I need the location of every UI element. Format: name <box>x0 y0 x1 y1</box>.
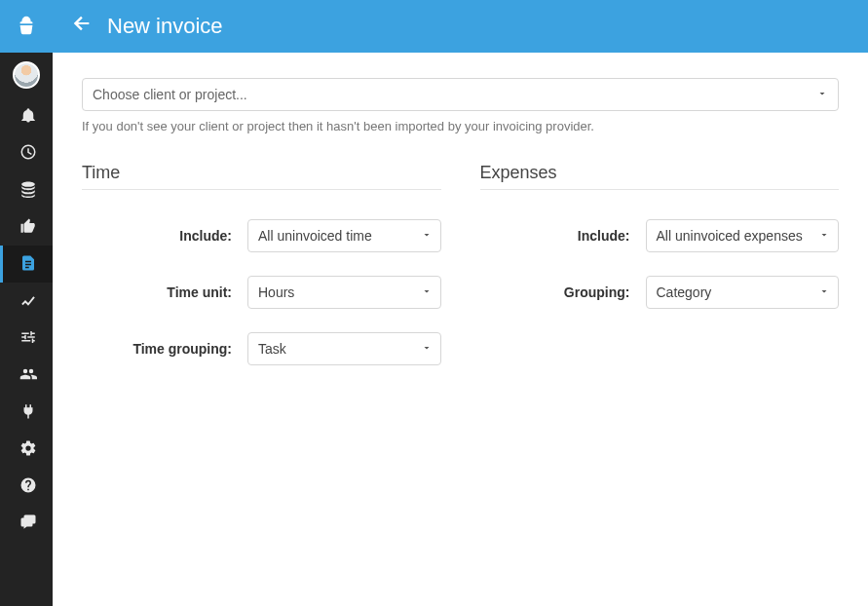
time-grouping-select[interactable]: Task <box>247 332 441 365</box>
help-icon <box>19 476 37 497</box>
time-section-title: Time <box>82 163 441 190</box>
sidebar-item-approvals[interactable] <box>0 208 53 246</box>
arrow-left-icon <box>71 13 93 40</box>
caret-down-icon <box>816 87 828 102</box>
expenses-include-select[interactable]: All uninvoiced expenses <box>646 219 840 252</box>
time-grouping-label: Time grouping: <box>82 341 247 357</box>
invoice-icon <box>19 254 37 275</box>
sidebar-avatar[interactable] <box>0 53 53 97</box>
caret-down-icon <box>421 284 433 300</box>
expenses-section: Expenses Include: All uninvoiced expense… <box>480 163 840 389</box>
expenses-include-value: All uninvoiced expenses <box>657 228 803 244</box>
caret-down-icon <box>818 228 830 244</box>
expenses-section-title: Expenses <box>480 163 840 190</box>
caret-down-icon <box>421 341 433 357</box>
back-button[interactable] <box>70 15 94 38</box>
gear-icon <box>19 439 37 460</box>
expenses-grouping-select[interactable]: Category <box>646 276 840 309</box>
sidebar-item-data[interactable] <box>0 171 53 208</box>
avatar-icon <box>13 61 40 89</box>
sidebar-item-invoices[interactable] <box>0 246 53 283</box>
time-section: Time Include: All uninvoiced time Time u… <box>82 163 441 389</box>
page-header: New invoice <box>53 0 868 53</box>
time-grouping-value: Task <box>258 341 286 357</box>
sidebar-item-settings[interactable] <box>0 431 53 468</box>
client-project-placeholder: Choose client or project... <box>93 87 247 102</box>
time-include-select[interactable]: All uninvoiced time <box>247 219 441 252</box>
sliders-icon <box>19 328 37 349</box>
client-project-hint: If you don't see your client or project … <box>82 119 839 133</box>
expenses-grouping-value: Category <box>657 284 712 300</box>
sidebar-item-integrations[interactable] <box>0 394 53 431</box>
chat-icon <box>19 513 37 534</box>
database-icon <box>19 180 37 201</box>
clock-icon <box>19 143 37 164</box>
page-title: New invoice <box>107 14 223 39</box>
sidebar-item-reports[interactable] <box>0 283 53 320</box>
sidebar-item-settings-list[interactable] <box>0 320 53 357</box>
time-unit-value: Hours <box>258 284 294 300</box>
logo[interactable] <box>0 0 53 53</box>
sidebar-item-feedback[interactable] <box>0 505 53 542</box>
content: Choose client or project... If you don't… <box>53 53 868 606</box>
time-include-label: Include: <box>82 228 247 244</box>
expenses-grouping-label: Grouping: <box>480 284 646 300</box>
time-unit-label: Time unit: <box>82 284 247 300</box>
caret-down-icon <box>818 284 830 300</box>
sidebar-item-team[interactable] <box>0 357 53 394</box>
client-project-select[interactable]: Choose client or project... <box>82 78 839 111</box>
time-unit-select[interactable]: Hours <box>247 276 441 309</box>
bell-icon <box>19 106 37 127</box>
expenses-include-label: Include: <box>480 228 646 244</box>
logo-icon <box>16 15 37 39</box>
sidebar-item-time[interactable] <box>0 134 53 171</box>
thumbs-up-icon <box>19 217 37 238</box>
time-include-value: All uninvoiced time <box>258 228 372 244</box>
caret-down-icon <box>421 228 433 244</box>
sidebar-item-help[interactable] <box>0 468 53 505</box>
chart-icon <box>19 291 37 312</box>
sidebar-item-notifications[interactable] <box>0 97 53 134</box>
sidebar <box>0 0 53 606</box>
users-icon <box>19 365 37 386</box>
plug-icon <box>19 402 37 423</box>
